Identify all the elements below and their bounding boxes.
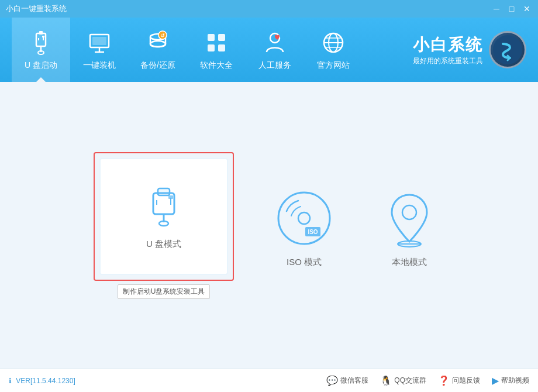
feedback-label: 问题反馈 <box>452 376 480 386</box>
nav-item-website[interactable]: 官方网站 <box>304 18 363 82</box>
user-nav-icon <box>261 29 289 57</box>
svg-point-34 <box>278 192 330 244</box>
brand-subtitle: 最好用的系统重装工具 <box>413 56 483 66</box>
video-icon: ▶ <box>492 375 499 386</box>
nav-item-service[interactable]: 人工服务 <box>246 18 304 82</box>
wechat-label: 微信客服 <box>340 376 368 386</box>
svg-rect-16 <box>218 34 225 41</box>
local-mode-icon <box>374 183 444 253</box>
iso-mode-label: ISO 模式 <box>287 257 322 268</box>
wechat-link[interactable]: 💬 微信客服 <box>326 375 368 386</box>
nav-item-backup[interactable]: ↺ 备份/还原 <box>129 18 187 82</box>
wechat-icon: 💬 <box>326 375 338 386</box>
svg-rect-6 <box>42 36 44 37</box>
globe-nav-icon <box>319 29 347 57</box>
nav-item-one-key[interactable]: 一键装机 <box>70 18 129 82</box>
video-link[interactable]: ▶ 帮助视频 <box>492 375 529 386</box>
svg-rect-10 <box>92 37 106 45</box>
svg-rect-0 <box>36 33 46 46</box>
u-disk-mode-desc: 制作启动U盘系统安装工具 <box>118 284 211 299</box>
database-nav-icon: ↺ <box>144 29 172 57</box>
u-disk-mode-label: U 盘模式 <box>146 239 181 250</box>
monitor-nav-icon <box>85 29 113 57</box>
minimize-button[interactable]: ─ <box>491 4 502 14</box>
video-label: 帮助视频 <box>501 376 529 386</box>
title-bar-controls: ─ □ ✕ <box>491 4 532 14</box>
title-bar-text: 小白一键重装系统 <box>6 4 67 14</box>
svg-point-30 <box>159 221 168 226</box>
nav-label-website: 官方网站 <box>317 60 350 71</box>
footer-links: 💬 微信客服 🐧 QQ交流群 ❓ 问题反馈 ▶ 帮助视频 <box>326 375 529 386</box>
usb-nav-icon <box>27 29 55 57</box>
feedback-link[interactable]: ❓ 问题反馈 <box>438 375 480 386</box>
mode-card-iso[interactable]: ISO ISO 模式 <box>269 183 339 268</box>
usb-mode-icon <box>140 183 187 229</box>
mode-card-u-disk-inner: U 盘模式 <box>99 158 228 275</box>
maximize-button[interactable]: □ <box>506 4 517 14</box>
svg-point-35 <box>298 212 310 224</box>
local-mode-label: 本地模式 <box>392 257 427 268</box>
mode-card-u-disk-outer: U 盘模式 <box>94 152 234 281</box>
svg-rect-1 <box>39 31 43 35</box>
close-button[interactable]: ✕ <box>522 4 532 14</box>
footer: ℹ VER[11.5.44.1230] 💬 微信客服 🐧 QQ交流群 ❓ 问题反… <box>0 369 538 392</box>
nav-label-one-key: 一键装机 <box>83 60 116 71</box>
nav-item-software[interactable]: 软件大全 <box>187 18 246 82</box>
nav-item-u-boot[interactable]: U 盘启动 <box>12 18 70 82</box>
svg-point-38 <box>402 205 416 219</box>
header: U 盘启动 一键装机 <box>0 18 538 82</box>
svg-point-3 <box>38 51 44 54</box>
nav-label-backup: 备份/还原 <box>140 60 175 71</box>
nav-label-service: 人工服务 <box>258 60 291 71</box>
brand-text: 小白系统 最好用的系统重装工具 <box>413 34 483 66</box>
nav-label-u-boot: U 盘启动 <box>25 60 57 71</box>
title-bar: 小白一键重装系统 ─ □ ✕ <box>0 0 538 18</box>
qq-label: QQ交流群 <box>394 376 426 386</box>
svg-text:ISO: ISO <box>308 229 318 235</box>
info-icon: ℹ <box>9 377 12 385</box>
apps-nav-icon <box>202 29 230 57</box>
feedback-icon: ❓ <box>438 375 450 386</box>
nav-items: U 盘启动 一键装机 <box>12 18 413 82</box>
main-content: U 盘模式 制作启动U盘系统安装工具 ISO ISO 模式 <box>0 82 538 369</box>
svg-rect-33 <box>168 195 173 199</box>
mode-card-u-disk[interactable]: U 盘模式 制作启动U盘系统安装工具 <box>94 152 234 299</box>
svg-rect-28 <box>158 188 170 195</box>
iso-mode-icon: ISO <box>269 183 339 253</box>
nav-label-software: 软件大全 <box>200 60 233 71</box>
brand-title: 小白系统 <box>413 34 483 56</box>
brand-logo <box>489 31 526 68</box>
mode-card-local[interactable]: 本地模式 <box>374 183 444 268</box>
qq-link[interactable]: 🐧 QQ交流群 <box>380 375 426 386</box>
svg-rect-18 <box>218 44 225 51</box>
version-text: ℹ VER[11.5.44.1230] <box>9 377 75 385</box>
svg-rect-15 <box>208 34 215 41</box>
brand: 小白系统 最好用的系统重装工具 <box>413 31 526 68</box>
svg-point-12 <box>150 41 165 47</box>
svg-rect-17 <box>208 44 215 51</box>
qq-icon: 🐧 <box>380 375 392 386</box>
svg-text:↺: ↺ <box>160 33 165 39</box>
